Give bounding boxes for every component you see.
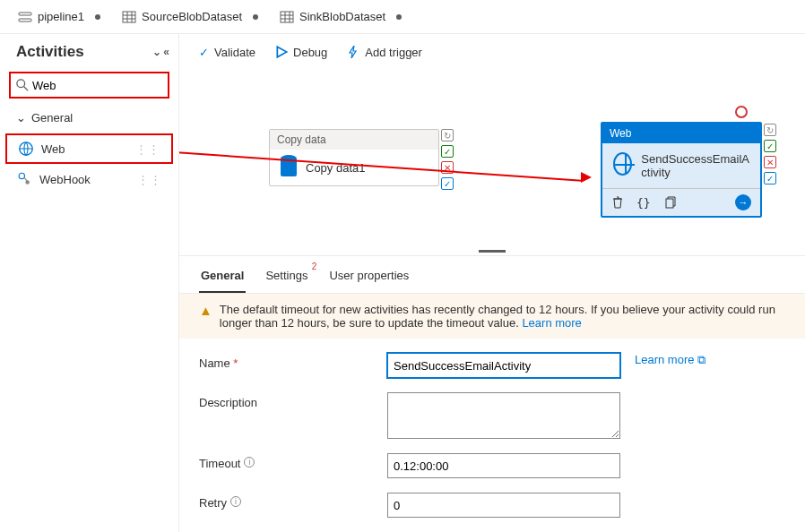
activity-webhook[interactable]: WebHook ⋮⋮ — [5, 166, 173, 193]
drag-handle-icon: ⋮⋮ — [137, 173, 162, 186]
timeout-warning: ▲ The default timeout for new activities… — [179, 294, 805, 339]
port-success-icon[interactable]: ✓ — [764, 140, 776, 152]
open-activity-icon[interactable]: → — [735, 194, 751, 210]
activity-description-input[interactable] — [387, 392, 620, 439]
code-icon[interactable]: {} — [636, 196, 651, 210]
external-link-icon: ⧉ — [697, 353, 705, 366]
name-field-label: Name * — [199, 353, 387, 370]
debug-button[interactable]: Debug — [275, 46, 327, 59]
warning-text: The default timeout for new activities h… — [220, 303, 775, 330]
activities-title: Activities — [16, 43, 84, 61]
tab-label: General — [201, 269, 244, 282]
activity-name: SendSuccessEmailActivity — [641, 152, 749, 179]
activity-details-pane: General Settings 2 User properties ▲ The… — [179, 255, 805, 532]
lightning-icon — [347, 46, 359, 58]
validate-button[interactable]: ✓ Validate — [199, 46, 255, 59]
tab-general[interactable]: General — [199, 260, 246, 293]
validate-label: Validate — [214, 46, 255, 59]
debug-label: Debug — [293, 46, 327, 59]
pane-resizer[interactable] — [179, 246, 805, 255]
web-activity[interactable]: Web SendSuccessEmailActivity {} → — [601, 122, 762, 218]
chevron-down-icon: ⌄ — [16, 111, 26, 124]
pipeline-toolbar: ✓ Validate Debug Add trigger — [179, 34, 805, 70]
port-completion-icon[interactable]: ✓ — [764, 172, 776, 184]
clone-icon[interactable] — [663, 196, 676, 209]
pipeline-canvas[interactable]: Copy data Copy data1 ↻ ✓ ✕ ✓ Web SendSuc… — [179, 70, 805, 246]
search-icon — [16, 79, 29, 91]
add-trigger-button[interactable]: Add trigger — [347, 46, 422, 59]
port-failure-icon[interactable]: ✕ — [764, 156, 776, 168]
activity-name-input[interactable] — [387, 353, 620, 378]
warning-learn-more-link[interactable]: Learn more — [522, 316, 581, 330]
activity-web[interactable]: Web ⋮⋮ — [5, 133, 173, 164]
info-icon[interactable]: i — [230, 496, 241, 507]
highlight-marker-icon — [735, 106, 748, 118]
svg-rect-8 — [666, 199, 673, 208]
warning-icon: ▲ — [199, 303, 212, 318]
copy-data-activity[interactable]: Copy data Copy data1 — [269, 129, 439, 186]
collapse-panel-icon[interactable]: « — [163, 46, 169, 58]
general-form: Name * Learn more ⧉ Description Timeouti — [179, 339, 805, 532]
activity-type-label: Web — [602, 124, 760, 143]
learn-more-link[interactable]: Learn more ⧉ — [635, 353, 705, 367]
tab-settings[interactable]: Settings 2 — [264, 260, 309, 293]
timeout-input[interactable] — [387, 453, 620, 478]
port-success-icon[interactable]: ✓ — [441, 145, 454, 158]
dataset-icon — [280, 10, 294, 24]
editor-tabs: pipeline1 SourceBlobDataset SinkBlobData… — [0, 0, 805, 34]
retry-input[interactable] — [387, 493, 620, 518]
group-general[interactable]: ⌄ General — [0, 104, 178, 132]
port-skip-icon[interactable]: ↻ — [441, 129, 454, 142]
retry-field-label: Retryi — [199, 493, 387, 510]
svg-rect-0 — [19, 13, 31, 15]
activities-heading: Activities ⌄ « — [0, 38, 178, 66]
collapse-all-icon[interactable]: ⌄ — [152, 46, 161, 58]
check-icon: ✓ — [199, 46, 209, 59]
activity-toolbar: {} → — [602, 188, 760, 216]
tab-sink-dataset[interactable]: SinkBlobDataset — [269, 0, 412, 34]
dirty-indicator-icon — [95, 14, 100, 20]
main-pane: ✓ Validate Debug Add trigger Copy da — [179, 0, 805, 532]
tab-source-dataset[interactable]: SourceBlobDataset — [111, 0, 269, 34]
settings-error-count: 2 — [312, 262, 317, 271]
group-label: General — [31, 111, 73, 124]
pipeline-icon — [18, 10, 32, 24]
description-field-label: Description — [199, 392, 387, 409]
dirty-indicator-icon — [253, 14, 258, 20]
details-tabs: General Settings 2 User properties — [179, 260, 805, 294]
tab-label: Settings — [265, 269, 307, 282]
port-completion-icon[interactable]: ✓ — [441, 177, 454, 190]
svg-rect-2 — [123, 12, 135, 22]
drag-handle-icon: ⋮⋮ — [135, 142, 160, 156]
play-icon — [275, 46, 288, 58]
activity-label: WebHook — [39, 173, 91, 186]
globe-icon — [18, 141, 34, 157]
svg-rect-3 — [281, 12, 293, 22]
activities-sidebar: Activities ⌄ « ⌄ General Web ⋮⋮ — [0, 0, 179, 532]
timeout-field-label: Timeouti — [199, 453, 387, 470]
activity-type-label: Copy data — [270, 130, 438, 150]
dataset-icon — [122, 10, 136, 24]
activity-search-input[interactable] — [32, 79, 162, 92]
copy-data-ports: ↻ ✓ ✕ ✓ — [441, 129, 454, 190]
tab-label: SourceBlobDataset — [142, 10, 242, 23]
tab-label: SinkBlobDataset — [299, 10, 385, 23]
activity-label: Web — [41, 142, 65, 156]
tab-label: User properties — [329, 269, 409, 282]
svg-point-6 — [19, 173, 24, 178]
dirty-indicator-icon — [396, 14, 402, 20]
globe-icon — [613, 152, 632, 176]
add-trigger-label: Add trigger — [365, 46, 422, 59]
tab-user-properties[interactable]: User properties — [327, 260, 411, 293]
port-skip-icon[interactable]: ↻ — [764, 124, 776, 136]
web-activity-ports: ↻ ✓ ✕ ✓ — [764, 124, 776, 184]
tab-pipeline1[interactable]: pipeline1 — [7, 0, 111, 34]
delete-icon[interactable] — [611, 196, 624, 209]
activity-search[interactable] — [9, 72, 169, 99]
svg-point-4 — [17, 80, 25, 88]
webhook-icon — [16, 171, 32, 187]
info-icon[interactable]: i — [244, 457, 255, 468]
learn-more-label: Learn more — [635, 353, 694, 366]
guidance-arrowhead-icon — [581, 172, 592, 183]
tab-label: pipeline1 — [38, 10, 84, 23]
